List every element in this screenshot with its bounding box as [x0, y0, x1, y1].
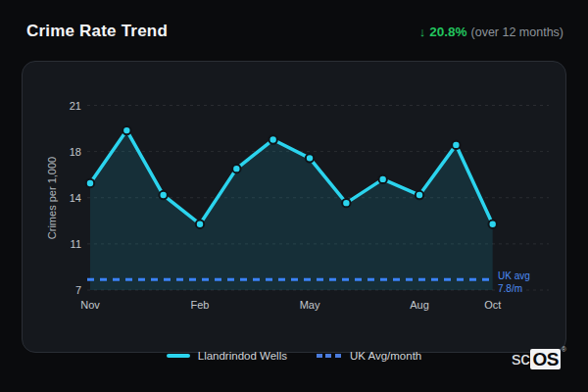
data-point-Feb[interactable] — [196, 220, 204, 227]
chart-card: 211814117NovFebMayAugOctCrimes per 1,000… — [22, 61, 566, 353]
data-point-Dec[interactable] — [122, 126, 130, 134]
x-tick-label: May — [300, 299, 320, 311]
y-axis-title: Crimes per 1,000 — [46, 157, 58, 239]
chart-legend: Llandrindod Wells UK Avg/month — [0, 347, 588, 364]
down-arrow-icon: ↓ — [419, 24, 426, 39]
data-point-May[interactable] — [306, 154, 314, 162]
data-point-Jun[interactable] — [342, 199, 350, 207]
data-point-Oct[interactable] — [489, 220, 497, 227]
data-point-Nov[interactable] — [86, 179, 94, 187]
data-point-Apr[interactable] — [269, 135, 276, 143]
uk-avg-annotation-line2: 7.8/m — [498, 283, 522, 294]
scos-logo: sc OS ® — [512, 348, 566, 369]
x-tick-label: Oct — [484, 299, 501, 311]
x-tick-label: Feb — [191, 299, 210, 311]
legend-item-uk-avg[interactable]: UK Avg/month — [317, 350, 421, 362]
y-tick-label: 14 — [70, 192, 81, 204]
delta-percent: 20.8% — [429, 24, 466, 39]
data-point-Jul[interactable] — [378, 175, 386, 183]
data-point-Mar[interactable] — [232, 165, 240, 172]
cyan-line-swatch — [167, 354, 190, 358]
uk-avg-annotation-line1: UK avg — [498, 270, 530, 281]
blue-dashed-swatch — [317, 354, 342, 358]
y-tick-label: 7 — [75, 284, 81, 296]
legend-item-llandrindod-wells[interactable]: Llandrindod Wells — [167, 350, 287, 362]
legend-label: UK Avg/month — [350, 350, 421, 362]
legend-label: Llandrindod Wells — [198, 350, 287, 362]
x-tick-label: Aug — [410, 299, 429, 311]
logo-text-os: OS — [530, 349, 560, 369]
registered-mark: ® — [562, 346, 566, 353]
data-point-Jan[interactable] — [159, 191, 167, 199]
data-point-Aug[interactable] — [416, 191, 423, 199]
trend-delta: ↓ 20.8% (over 12 months) — [419, 24, 564, 39]
y-tick-label: 21 — [70, 100, 81, 112]
data-point-Sep[interactable] — [452, 141, 460, 149]
area-fill — [90, 130, 493, 290]
y-tick-label: 11 — [71, 238, 81, 250]
page-title: Crime Rate Trend — [26, 22, 168, 41]
logo-text-sc: sc — [512, 348, 529, 369]
y-tick-label: 18 — [70, 146, 81, 158]
header: Crime Rate Trend ↓ 20.8% (over 12 months… — [26, 22, 564, 41]
crime-trend-chart[interactable]: 211814117NovFebMayAugOctCrimes per 1,000… — [23, 62, 567, 354]
x-tick-label: Nov — [80, 299, 100, 311]
delta-period: (over 12 months) — [471, 25, 564, 39]
